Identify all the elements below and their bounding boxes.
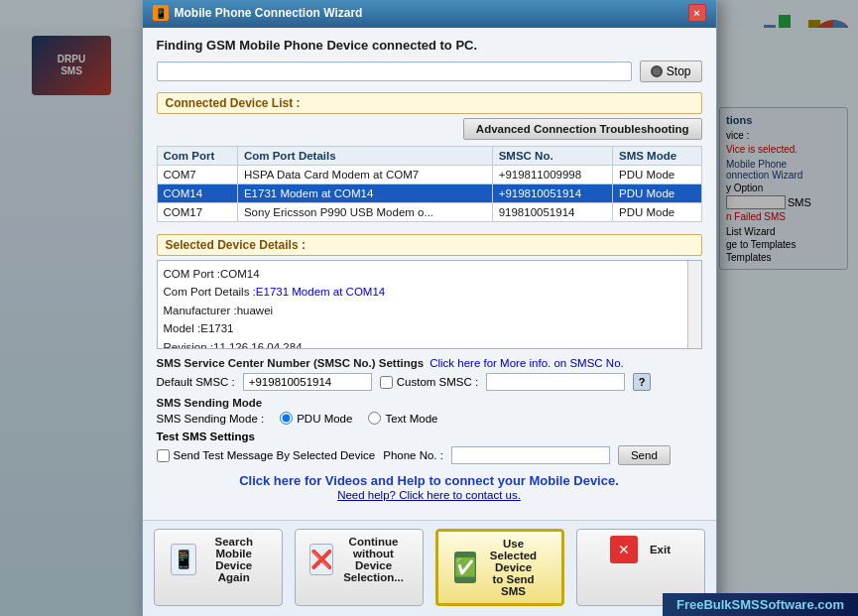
smsc-section-label: SMS Service Center Number (SMSC No.) Set…	[157, 357, 425, 369]
phone-no-label: Phone No. :	[383, 449, 443, 461]
col-header-smsc: SMSC No.	[492, 147, 612, 166]
bottom-brand-bar: FreeBulkSMSSoftware.com	[663, 593, 858, 616]
sms-mode-row-label: SMS Sending Mode :	[157, 413, 265, 425]
search-btn-icon: 📱	[171, 544, 196, 575]
advanced-troubleshoot-button[interactable]: Advanced Connection Troubleshooting	[463, 118, 702, 140]
search-btn-inner: 📱 Search MobileDevice Again	[171, 536, 266, 583]
table-head: Com Port Com Port Details SMSC No. SMS M…	[157, 147, 701, 166]
brand-label: FreeBulkSMSSoftware.com	[676, 597, 844, 612]
cell-details: HSPA Data Card Modem at COM7	[237, 166, 492, 185]
test-msg-checkbox[interactable]	[157, 449, 170, 462]
cell-com-port: COM14	[157, 185, 237, 203]
cell-mode: PDU Mode	[613, 203, 702, 222]
pdu-mode-radio[interactable]	[280, 412, 293, 425]
custom-smsc-checkbox[interactable]: Custom SMSC :	[380, 376, 478, 389]
modal-titlebar: 📱 Mobile Phone Connection Wizard ×	[143, 0, 716, 28]
selected-device-header: Selected Device Details :	[157, 234, 702, 256]
search-device-button[interactable]: 📱 Search MobileDevice Again	[154, 529, 283, 606]
cell-details: Sony Ericsson P990 USB Modem o...	[237, 203, 492, 222]
detail-line: Com Port Details :E1731 Modem at COM14	[164, 283, 695, 301]
modal-title-left: 📱 Mobile Phone Connection Wizard	[153, 5, 363, 21]
selected-device-details-box: COM Port :COM14Com Port Details :E1731 M…	[157, 260, 702, 349]
test-sms-row: Send Test Message By Selected Device Pho…	[157, 445, 702, 465]
device-table: Com Port Com Port Details SMSC No. SMS M…	[157, 146, 702, 222]
continue-btn-inner: ❌ Continue withoutDevice Selection...	[309, 536, 408, 583]
stop-label: Stop	[667, 64, 691, 78]
exit-btn-inner: ✕ Exit	[610, 536, 671, 563]
default-smsc-label: Default SMSC :	[157, 376, 235, 388]
test-sms-label: Test SMS Settings	[157, 431, 702, 442]
stop-button[interactable]: Stop	[640, 61, 702, 82]
cell-mode: PDU Mode	[613, 185, 702, 203]
contact-help-link[interactable]: Need help? Click here to contact us.	[337, 489, 521, 501]
custom-smsc-check[interactable]	[380, 376, 393, 389]
modal-close-button[interactable]: ×	[688, 4, 706, 22]
use-selected-label: Use Selected Deviceto Send SMS	[482, 538, 546, 597]
detail-line: COM Port :COM14	[164, 265, 695, 283]
custom-smsc-input[interactable]	[486, 373, 625, 391]
search-btn-label: Search MobileDevice Again	[202, 536, 266, 583]
custom-smsc-label: Custom SMSC :	[397, 376, 478, 388]
finding-label: Finding GSM Mobile Phone Device connecte…	[157, 38, 702, 53]
exit-btn-label: Exit	[650, 544, 671, 555]
table-row[interactable]: COM14 E1731 Modem at COM14 +919810051914…	[157, 185, 701, 203]
modal-overlay: 📱 Mobile Phone Connection Wizard × Findi…	[0, 0, 858, 616]
test-sms-section: Test SMS Settings Send Test Message By S…	[157, 431, 702, 465]
col-header-mode: SMS Mode	[613, 147, 702, 166]
progress-bar	[157, 62, 632, 81]
sms-mode-section-label: SMS Sending Mode	[157, 397, 702, 409]
use-selected-device-button[interactable]: ✅ Use Selected Deviceto Send SMS	[435, 529, 564, 606]
sms-mode-radio-row: SMS Sending Mode : PDU Mode Text Mode	[157, 412, 702, 425]
progress-row: Stop	[157, 61, 702, 82]
cell-details: E1731 Modem at COM14	[237, 185, 492, 203]
cell-com-port: COM17	[157, 203, 237, 222]
table-row[interactable]: COM7 HSPA Data Card Modem at COM7 +91981…	[157, 166, 701, 185]
modal-buttons-row: 📱 Search MobileDevice Again ❌ Continue w…	[143, 520, 716, 616]
help-question-button[interactable]: ?	[633, 373, 651, 391]
table-and-btn-area: Advanced Connection Troubleshooting Com …	[157, 118, 702, 230]
modal-app-icon: 📱	[153, 5, 169, 21]
exit-icon: ✕	[610, 536, 638, 563]
cell-smsc: +919810051914	[492, 185, 612, 203]
cell-smsc: 919810051914	[492, 203, 612, 222]
cell-com-port: COM7	[157, 166, 237, 185]
sms-mode-section: SMS Sending Mode SMS Sending Mode : PDU …	[157, 397, 702, 425]
connection-wizard-modal: 📱 Mobile Phone Connection Wizard × Findi…	[142, 0, 717, 616]
detail-line: Model :E1731	[164, 319, 695, 337]
detail-line: Revision :11.126.16.04.284	[164, 338, 695, 349]
detail-line: Manufacturer :huawei	[164, 302, 695, 319]
text-mode-label: Text Mode	[385, 413, 437, 425]
smsc-settings-header: SMS Service Center Number (SMSC No.) Set…	[157, 357, 702, 369]
video-help-link[interactable]: Click here for Videos and Help to connec…	[239, 473, 619, 488]
modal-title: Mobile Phone Connection Wizard	[175, 6, 363, 20]
device-list-header: Connected Device List :	[157, 92, 702, 114]
device-details-text: COM Port :COM14Com Port Details :E1731 M…	[164, 265, 695, 349]
cell-mode: PDU Mode	[613, 166, 702, 185]
modal-body: Finding GSM Mobile Phone Device connecte…	[143, 28, 716, 520]
text-mode-radio[interactable]	[368, 412, 381, 425]
video-link-section: Click here for Videos and Help to connec…	[157, 473, 702, 502]
use-selected-btn-inner: ✅ Use Selected Deviceto Send SMS	[454, 538, 546, 597]
phone-number-input[interactable]	[451, 446, 610, 464]
continue-btn-icon: ❌	[309, 544, 333, 575]
continue-btn-label: Continue withoutDevice Selection...	[339, 536, 408, 583]
text-mode-option[interactable]: Text Mode	[368, 412, 437, 425]
send-test-button[interactable]: Send	[618, 445, 671, 465]
use-selected-icon: ✅	[454, 552, 476, 583]
smsc-input-row: Default SMSC : Custom SMSC : ?	[157, 373, 702, 391]
smsc-more-info-link[interactable]: Click here for More info. on SMSC No.	[429, 357, 624, 369]
device-table-body: COM7 HSPA Data Card Modem at COM7 +91981…	[157, 166, 701, 222]
scrollbar[interactable]	[687, 261, 701, 348]
stop-icon	[651, 65, 663, 77]
col-header-com-port: Com Port	[157, 147, 237, 166]
pdu-mode-option[interactable]: PDU Mode	[280, 412, 352, 425]
test-msg-label: Send Test Message By Selected Device	[174, 449, 376, 461]
default-smsc-input[interactable]	[243, 373, 372, 391]
col-header-details: Com Port Details	[237, 147, 492, 166]
table-row[interactable]: COM17 Sony Ericsson P990 USB Modem o... …	[157, 203, 701, 222]
table-header-row: Com Port Com Port Details SMSC No. SMS M…	[157, 147, 701, 166]
test-msg-checkbox-label[interactable]: Send Test Message By Selected Device	[157, 449, 376, 462]
pdu-mode-label: PDU Mode	[297, 413, 352, 425]
cell-smsc: +919811009998	[492, 166, 612, 185]
continue-without-device-button[interactable]: ❌ Continue withoutDevice Selection...	[295, 529, 424, 606]
